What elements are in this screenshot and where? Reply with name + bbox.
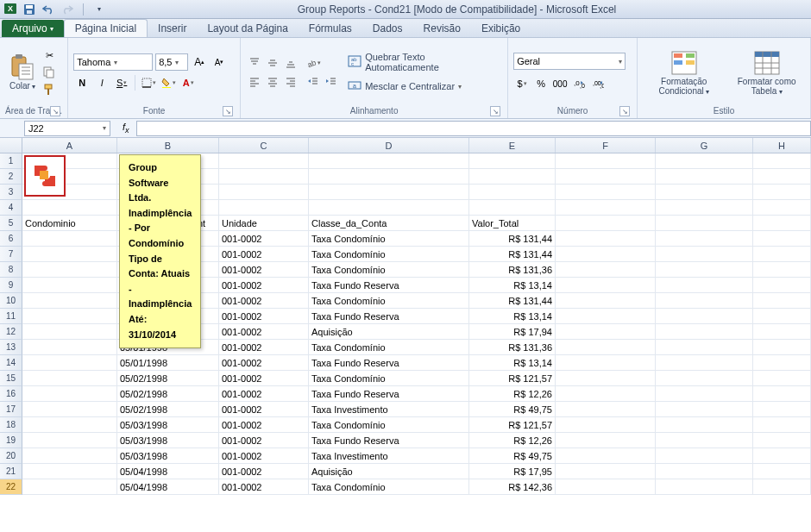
cell[interactable]: Taxa Condomínio: [309, 371, 469, 386]
cell[interactable]: [22, 293, 117, 309]
row-header[interactable]: 10: [0, 293, 22, 309]
align-left-icon[interactable]: [246, 73, 263, 91]
cell[interactable]: [753, 371, 811, 386]
font-name-combo[interactable]: Tahoma▾: [73, 53, 153, 71]
column-header[interactable]: C: [219, 138, 309, 153]
cell[interactable]: R$ 49,75: [469, 402, 556, 417]
borders-icon[interactable]: [140, 74, 157, 91]
cell[interactable]: 001-0002: [219, 278, 309, 293]
cell[interactable]: 001-0002: [219, 324, 309, 340]
cell[interactable]: [753, 247, 811, 262]
cell[interactable]: [22, 402, 117, 417]
cell[interactable]: [22, 479, 117, 495]
row-header[interactable]: 19: [0, 433, 22, 448]
cell[interactable]: R$ 121,57: [469, 371, 556, 386]
cell[interactable]: R$ 131,44: [469, 231, 556, 247]
cell[interactable]: [22, 433, 117, 448]
cell[interactable]: [753, 293, 811, 309]
cell[interactable]: Taxa Investimento: [309, 448, 469, 464]
cell[interactable]: Valor_Total: [469, 216, 556, 231]
cell[interactable]: [22, 417, 117, 433]
row-header[interactable]: 22: [0, 479, 22, 495]
cell[interactable]: R$ 131,44: [469, 247, 556, 262]
decrease-indent-icon[interactable]: [305, 73, 322, 91]
align-center-icon[interactable]: [264, 73, 281, 91]
cell[interactable]: [309, 169, 469, 185]
row-header[interactable]: 9: [0, 278, 22, 293]
cell[interactable]: Taxa Condomínio: [309, 479, 469, 495]
tab-file[interactable]: Arquivo: [2, 20, 64, 37]
cell[interactable]: [656, 309, 753, 324]
cell[interactable]: [556, 293, 656, 309]
cell[interactable]: [22, 448, 117, 464]
cell[interactable]: R$ 13,14: [469, 355, 556, 371]
cell[interactable]: [656, 355, 753, 371]
cell[interactable]: R$ 131,36: [469, 262, 556, 278]
cell[interactable]: R$ 13,14: [469, 309, 556, 324]
percent-icon[interactable]: %: [532, 75, 550, 92]
cell[interactable]: [753, 231, 811, 247]
cell[interactable]: R$ 49,75: [469, 448, 556, 464]
cell[interactable]: [656, 464, 753, 479]
italic-button[interactable]: I: [93, 74, 110, 91]
cell[interactable]: Taxa Fundo Reserva: [309, 386, 469, 402]
copy-icon[interactable]: [41, 65, 57, 80]
cell[interactable]: [556, 433, 656, 448]
cell[interactable]: [753, 185, 811, 200]
tab-layout[interactable]: Layout da Página: [197, 20, 298, 37]
cell[interactable]: Taxa Condomínio: [309, 340, 469, 355]
tab-review[interactable]: Revisão: [413, 20, 471, 37]
cell[interactable]: 05/02/1998: [117, 371, 219, 386]
row-header[interactable]: 5: [0, 216, 22, 231]
cell[interactable]: 05/04/1998: [117, 479, 219, 495]
cell[interactable]: [656, 417, 753, 433]
cell[interactable]: [753, 340, 811, 355]
cell[interactable]: [219, 169, 309, 185]
cell[interactable]: 05/01/1998: [117, 355, 219, 371]
dialog-launcher-icon[interactable]: ↘: [223, 106, 233, 116]
cell[interactable]: [556, 262, 656, 278]
cell[interactable]: Taxa Condomínio: [309, 231, 469, 247]
cell[interactable]: Taxa Fundo Reserva: [309, 433, 469, 448]
qat-dropdown-icon[interactable]: ▾: [92, 3, 106, 16]
cell[interactable]: [753, 324, 811, 340]
cell[interactable]: [656, 324, 753, 340]
cell[interactable]: [556, 309, 656, 324]
cell[interactable]: R$ 121,57: [469, 417, 556, 433]
cell[interactable]: [753, 200, 811, 216]
cell[interactable]: 05/03/1998: [117, 417, 219, 433]
cell[interactable]: Taxa Condomínio: [309, 293, 469, 309]
align-middle-icon[interactable]: [264, 54, 281, 72]
font-size-combo[interactable]: 8,5▾: [155, 53, 188, 71]
cell[interactable]: Aquisição: [309, 324, 469, 340]
column-header[interactable]: A: [22, 138, 117, 153]
cell[interactable]: [753, 417, 811, 433]
column-header[interactable]: D: [309, 138, 469, 153]
cell[interactable]: [309, 200, 469, 216]
cell[interactable]: Aquisição: [309, 464, 469, 479]
dialog-launcher-icon[interactable]: ↘: [490, 106, 500, 116]
cell[interactable]: [753, 216, 811, 231]
cell[interactable]: Taxa Condomínio: [309, 262, 469, 278]
cell[interactable]: [656, 247, 753, 262]
cell[interactable]: Taxa Fundo Reserva: [309, 355, 469, 371]
cell[interactable]: 001-0002: [219, 464, 309, 479]
cell[interactable]: [22, 464, 117, 479]
cell[interactable]: [469, 153, 556, 169]
cell[interactable]: [22, 371, 117, 386]
cell[interactable]: 001-0002: [219, 479, 309, 495]
cell[interactable]: [753, 355, 811, 371]
cell[interactable]: [219, 200, 309, 216]
cell[interactable]: [309, 153, 469, 169]
row-header[interactable]: 7: [0, 247, 22, 262]
cell[interactable]: [22, 200, 117, 216]
cell[interactable]: 001-0002: [219, 340, 309, 355]
cell[interactable]: Taxa Investimento: [309, 402, 469, 417]
cell[interactable]: 001-0002: [219, 231, 309, 247]
cell[interactable]: [656, 200, 753, 216]
cell[interactable]: [556, 169, 656, 185]
cell[interactable]: [753, 464, 811, 479]
cell[interactable]: Unidade: [219, 216, 309, 231]
increase-decimal-icon[interactable]: ,0,00: [570, 75, 588, 92]
font-color-icon[interactable]: A: [179, 74, 197, 91]
